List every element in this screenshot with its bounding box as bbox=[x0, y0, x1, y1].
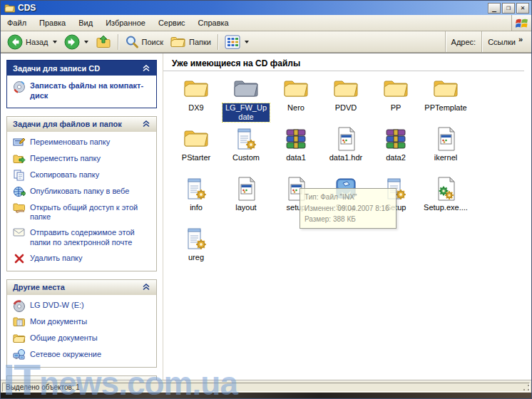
panel-file-tasks: Задачи для файлов и папок Переименовать … bbox=[6, 116, 157, 271]
file-item-7[interactable]: Custom bbox=[221, 125, 271, 175]
file-grid: DX9 LG_FW_Update Nero PDVD PP PPTemplate… bbox=[171, 76, 531, 275]
file-item-13[interactable]: layout bbox=[221, 175, 271, 225]
file-name: layout bbox=[234, 203, 257, 212]
views-button[interactable] bbox=[221, 33, 252, 51]
forward-button[interactable] bbox=[61, 33, 92, 51]
folders-label: Папки bbox=[189, 38, 211, 46]
panel-cd-tasks: Задачи для записи CD Записать файлы на к… bbox=[6, 60, 157, 108]
file-name: Custom bbox=[231, 153, 261, 162]
file-name: data2 bbox=[384, 153, 407, 162]
panel-other-places: Другие места LG DVD-W (E:) Мои документы… bbox=[6, 279, 157, 368]
tooltip-modified: Изменен: 09.04.2007 8:16 bbox=[305, 203, 392, 214]
file-item-0[interactable]: DX9 bbox=[171, 76, 221, 125]
panel-collapse-chevron-icon[interactable] bbox=[142, 284, 150, 291]
menu-bar: ФайлПравкаВидИзбранноеСервисСправка bbox=[1, 15, 531, 31]
file-name: DX9 bbox=[187, 103, 205, 113]
close-button[interactable]: ✕ bbox=[516, 3, 529, 14]
title-bar[interactable]: CDS _ ❐ ✕ bbox=[1, 1, 531, 15]
search-icon bbox=[125, 35, 139, 49]
folder-icon bbox=[171, 127, 221, 152]
folders-button[interactable]: Папки bbox=[167, 34, 215, 50]
file-name: LG_FW_Update bbox=[222, 103, 270, 122]
file-item-1[interactable]: LG_FW_Update bbox=[221, 76, 271, 125]
file-list-area: Уже имеющиеся на CD файлы DX9 LG_FW_Upda… bbox=[163, 53, 531, 380]
burn-cd-icon bbox=[13, 81, 26, 92]
search-button[interactable]: Поиск bbox=[121, 33, 167, 51]
panel-details: Подробно bbox=[6, 375, 157, 381]
file-item-2[interactable]: Nero bbox=[271, 76, 321, 125]
file-item-8[interactable]: data1 bbox=[271, 125, 321, 175]
panel-collapse-chevron-icon[interactable] bbox=[142, 120, 150, 128]
back-dropdown-icon[interactable] bbox=[53, 41, 57, 43]
copy-folder-icon bbox=[13, 170, 26, 181]
file-item-4[interactable]: PP bbox=[371, 76, 421, 125]
menu-spacer bbox=[235, 15, 511, 31]
back-icon bbox=[7, 34, 23, 50]
tooltip-type: Тип: Файл "INX" bbox=[305, 192, 392, 203]
file-item-6[interactable]: PStarter bbox=[171, 125, 221, 175]
forward-icon bbox=[64, 34, 80, 50]
task-rename[interactable]: Переименовать папку bbox=[13, 137, 152, 148]
folder-icon bbox=[371, 77, 421, 103]
file-info-tooltip: Тип: Файл "INX" Изменен: 09.04.2007 8:16… bbox=[300, 188, 397, 229]
menu-3[interactable]: Избранное bbox=[99, 15, 152, 31]
folder-icon bbox=[171, 77, 221, 103]
search-label: Поиск bbox=[142, 38, 163, 46]
back-button[interactable]: Назад bbox=[4, 33, 61, 51]
panel-header-other-places[interactable]: Другие места bbox=[7, 280, 156, 295]
file-name: PDVD bbox=[334, 103, 359, 113]
email-icon bbox=[13, 227, 26, 239]
forward-dropdown-icon[interactable] bbox=[84, 41, 88, 43]
resize-grip[interactable] bbox=[522, 383, 531, 392]
file-item-18[interactable]: ureg bbox=[171, 225, 221, 275]
panel-header-cd-tasks[interactable]: Задачи для записи CD bbox=[7, 61, 156, 76]
folder-icon bbox=[321, 77, 371, 103]
menu-5[interactable]: Справка bbox=[192, 15, 235, 31]
file-item-9[interactable]: data1.hdr bbox=[321, 125, 371, 175]
menu-1[interactable]: Правка bbox=[33, 15, 72, 31]
menu-4[interactable]: Сервис bbox=[152, 15, 192, 31]
file-item-10[interactable]: data2 bbox=[371, 125, 421, 175]
task-copy-folder[interactable]: Скопировать папку bbox=[13, 170, 152, 181]
toolbar-overflow-chevron-icon[interactable]: » bbox=[518, 35, 523, 43]
views-dropdown-icon[interactable] bbox=[245, 41, 249, 43]
config-file-icon bbox=[221, 127, 271, 152]
links-band[interactable]: Ссылки » bbox=[481, 31, 528, 52]
file-item-3[interactable]: PDVD bbox=[321, 76, 371, 125]
toolbar-separator bbox=[218, 34, 218, 50]
task-email[interactable]: Отправить содержимое этой папки по элект… bbox=[13, 227, 152, 248]
address-band[interactable]: Адрес: bbox=[445, 31, 482, 52]
file-item-12[interactable]: info bbox=[171, 175, 221, 225]
panel-collapse-chevron-icon[interactable] bbox=[142, 65, 150, 72]
menu-0[interactable]: Файл bbox=[1, 15, 33, 31]
minimize-button[interactable]: _ bbox=[488, 3, 501, 14]
task-cd-drive[interactable]: LG DVD-W (E:) bbox=[13, 300, 152, 311]
file-name: PP bbox=[389, 103, 403, 113]
file-name: ikernel bbox=[433, 153, 459, 162]
file-name: Nero bbox=[286, 103, 306, 113]
file-item-17[interactable]: Setup.exe.... bbox=[421, 175, 471, 225]
panel-header-file-tasks[interactable]: Задачи для файлов и папок bbox=[7, 117, 156, 132]
task-shared-documents[interactable]: Общие документы bbox=[13, 333, 152, 344]
back-label: Назад bbox=[26, 38, 48, 46]
file-item-5[interactable]: PPTemplate bbox=[421, 76, 471, 125]
setup-data-icon bbox=[321, 127, 371, 152]
task-move-folder[interactable]: Переместить папку bbox=[13, 153, 152, 165]
rename-icon bbox=[13, 137, 26, 148]
up-button[interactable] bbox=[92, 33, 115, 51]
task-my-documents[interactable]: Мои документы bbox=[13, 316, 152, 328]
file-name: Setup.exe.... bbox=[422, 203, 469, 212]
toolbar-separator bbox=[118, 34, 118, 50]
file-item-11[interactable]: ikernel bbox=[421, 125, 471, 175]
task-network[interactable]: Сетевое окружение bbox=[13, 349, 152, 361]
my-documents-icon bbox=[13, 316, 26, 328]
task-share-folder[interactable]: Открыть общий доступ к этой папке bbox=[13, 202, 152, 223]
task-delete[interactable]: Удалить папку bbox=[13, 253, 152, 264]
maximize-button[interactable]: ❐ bbox=[502, 3, 515, 14]
task-burn-cd[interactable]: Записать файлы на компакт-диск bbox=[13, 81, 152, 101]
file-name: ureg bbox=[187, 253, 205, 262]
panel-body: Записать файлы на компакт-диск bbox=[7, 76, 156, 108]
folders-icon bbox=[170, 36, 186, 48]
menu-2[interactable]: Вид bbox=[72, 15, 99, 31]
task-publish-web[interactable]: Опубликовать папку в вебе bbox=[13, 186, 152, 197]
